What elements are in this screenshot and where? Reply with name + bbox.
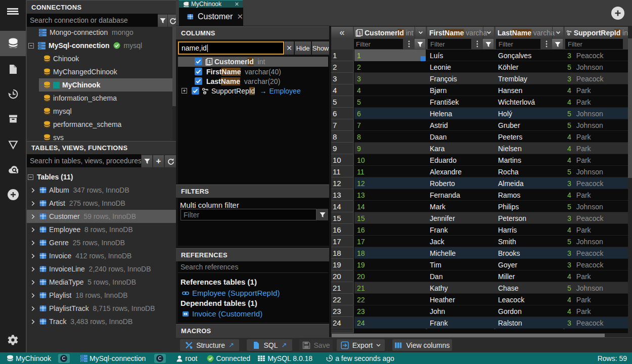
svg-text:1: 1: [208, 59, 211, 64]
svg-text:1: 1: [358, 30, 361, 35]
